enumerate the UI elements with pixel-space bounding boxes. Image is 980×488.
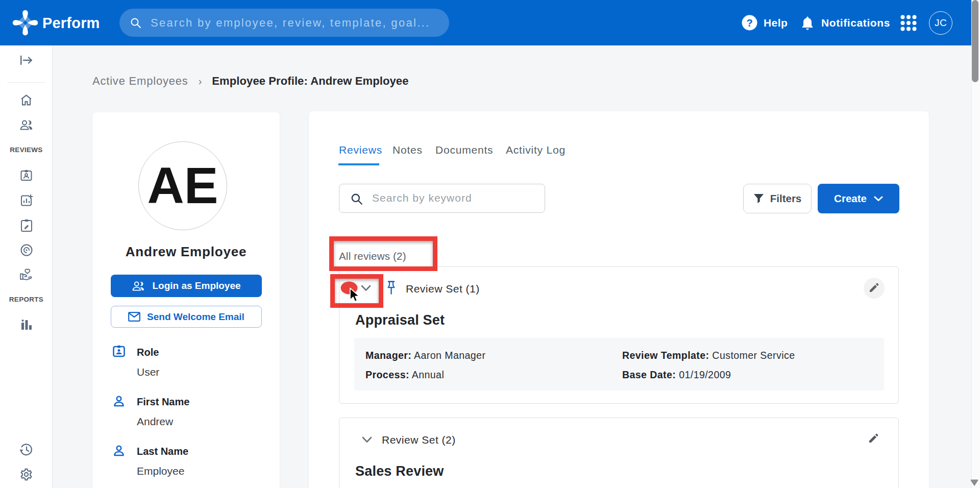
svg-text:?: ?: [746, 17, 752, 29]
